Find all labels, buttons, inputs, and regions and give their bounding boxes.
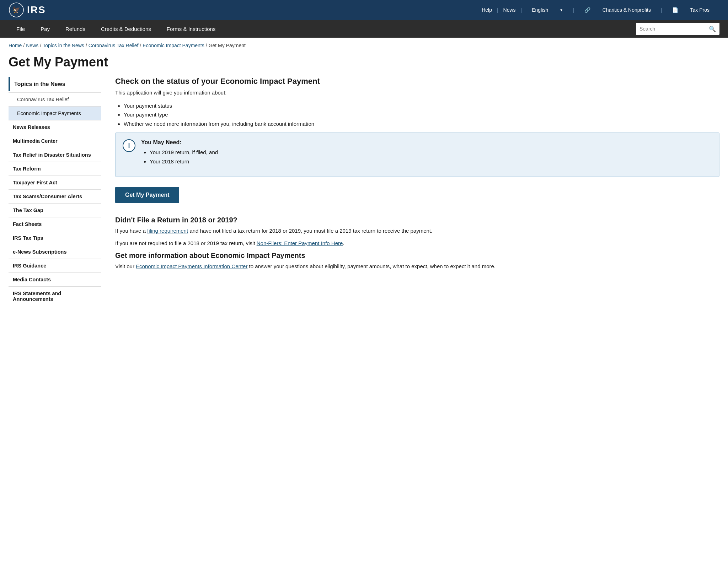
section2-para2: If you are not required to file a 2018 o…: [115, 239, 719, 248]
section2-para1: If you have a filing requirement and hav…: [115, 227, 719, 235]
info-box-title: You May Need:: [141, 139, 712, 146]
svg-text:🦅: 🦅: [12, 6, 21, 14]
english-dropdown[interactable]: English ▼: [522, 7, 573, 13]
filing-requirement-link[interactable]: filing requirement: [147, 228, 188, 234]
section2-para2-after: .: [343, 240, 344, 246]
sidebar-item-irs-tax-tips[interactable]: IRS Tax Tips: [9, 231, 101, 245]
sidebar-item-news-releases[interactable]: News Releases: [9, 120, 101, 134]
breadcrumb-news[interactable]: News: [26, 43, 38, 48]
search-icon: 🔍: [709, 26, 716, 32]
eagle-icon: 🦅: [9, 2, 24, 18]
section2-para1-after: and have not filed a tax return for 2018…: [188, 228, 432, 234]
sidebar-item-irs-guidance[interactable]: IRS Guidance: [9, 259, 101, 272]
search-input[interactable]: [636, 23, 705, 35]
section1-bullets: Your payment status Your payment type Wh…: [124, 101, 719, 129]
info-box: i You May Need: Your 2019 return, if fil…: [115, 133, 719, 177]
help-link[interactable]: Help: [477, 7, 497, 13]
section2-para1-before: If you have a: [115, 228, 147, 234]
page-title-container: Get My Payment: [0, 50, 728, 77]
tax-pros-link[interactable]: 📄 Tax Pros: [662, 7, 719, 13]
sidebar-item-fact-sheets[interactable]: Fact Sheets: [9, 217, 101, 231]
sidebar-item-eip[interactable]: Economic Impact Payments: [9, 106, 101, 120]
sidebar-item-irs-statements[interactable]: IRS Statements and Announcements: [9, 286, 101, 306]
pay-nav[interactable]: Pay: [33, 20, 58, 38]
sidebar-section-title[interactable]: Topics in the News: [9, 77, 101, 91]
breadcrumb: Home / News / Topics in the News / Coron…: [0, 38, 728, 50]
section3-para-before: Visit our: [115, 263, 136, 269]
bullet-more-info: Whether we need more information from yo…: [124, 119, 719, 129]
breadcrumb-sep-4: /: [140, 43, 141, 48]
nav-links: File Pay Refunds Credits & Deductions Fo…: [9, 20, 636, 38]
breadcrumb-sep-5: /: [206, 43, 207, 48]
file-nav[interactable]: File: [9, 20, 33, 38]
sidebar-item-tax-gap[interactable]: The Tax Gap: [9, 203, 101, 217]
charities-link[interactable]: 🔗 Charities & Nonprofits: [574, 7, 661, 13]
bullet-payment-status: Your payment status: [124, 101, 719, 110]
top-bar-links: Help | News | English ▼ | 🔗 Charities & …: [477, 7, 719, 13]
breadcrumb-topics[interactable]: Topics in the News: [43, 43, 84, 48]
sidebar-item-tax-relief[interactable]: Tax Relief in Disaster Situations: [9, 148, 101, 162]
irs-logo-text: IRS: [27, 4, 46, 16]
page-title: Get My Payment: [9, 55, 719, 70]
doc-icon: 📄: [667, 7, 683, 13]
sidebar: Topics in the News Coronavirus Tax Relie…: [9, 77, 101, 306]
bullet-payment-type: Your payment type: [124, 110, 719, 119]
sidebar-item-enews[interactable]: e-News Subscriptions: [9, 245, 101, 259]
section2-para2-before: If you are not required to file a 2018 o…: [115, 240, 257, 246]
breadcrumb-eip[interactable]: Economic Impact Payments: [143, 43, 204, 48]
info-box-content: You May Need: Your 2019 return, if filed…: [141, 139, 712, 170]
info-bullet-2018: Your 2018 return: [150, 157, 712, 166]
main-layout: Topics in the News Coronavirus Tax Relie…: [0, 77, 728, 320]
share-icon: 🔗: [579, 7, 595, 13]
get-my-payment-button[interactable]: Get My Payment: [115, 187, 179, 203]
sidebar-item-tax-scams[interactable]: Tax Scams/Consumer Alerts: [9, 189, 101, 203]
credits-nav[interactable]: Credits & Deductions: [93, 20, 159, 38]
eip-info-center-link[interactable]: Economic Impact Payments Information Cen…: [136, 263, 247, 269]
breadcrumb-home[interactable]: Home: [9, 43, 22, 48]
main-content: Check on the status of your Economic Imp…: [101, 77, 719, 306]
sidebar-item-media-contacts[interactable]: Media Contacts: [9, 272, 101, 286]
search-box: 🔍: [636, 23, 719, 35]
info-bullet-2019: Your 2019 return, if filed, and: [150, 148, 712, 157]
section1-intro: This application will give you informati…: [115, 89, 719, 97]
sidebar-item-multimedia[interactable]: Multimedia Center: [9, 134, 101, 148]
breadcrumb-sep-2: /: [40, 43, 41, 48]
forms-nav[interactable]: Forms & Instructions: [159, 20, 224, 38]
breadcrumb-sep-3: /: [86, 43, 87, 48]
sidebar-item-taxpayer-first[interactable]: Taxpayer First Act: [9, 175, 101, 189]
irs-logo[interactable]: 🦅 IRS: [9, 2, 46, 18]
refunds-nav[interactable]: Refunds: [58, 20, 93, 38]
nav-bar: File Pay Refunds Credits & Deductions Fo…: [0, 20, 728, 38]
section3-heading: Get more information about Economic Impa…: [115, 252, 719, 260]
breadcrumb-sep-1: /: [23, 43, 25, 48]
section2-heading: Didn't File a Return in 2018 or 2019?: [115, 216, 719, 224]
section3-para-after: to answer your questions about eligibili…: [247, 263, 496, 269]
sidebar-item-tax-reform[interactable]: Tax Reform: [9, 162, 101, 175]
breadcrumb-coronavirus[interactable]: Coronavirus Tax Relief: [89, 43, 139, 48]
search-button[interactable]: 🔍: [705, 23, 719, 35]
non-filers-link[interactable]: Non-Filers: Enter Payment Info Here: [257, 240, 343, 246]
sidebar-item-coronavirus[interactable]: Coronavirus Tax Relief: [9, 92, 101, 106]
section3-para: Visit our Economic Impact Payments Infor…: [115, 263, 719, 271]
info-icon: i: [123, 139, 135, 152]
info-box-bullets: Your 2019 return, if filed, and Your 201…: [150, 148, 712, 166]
chevron-down-icon: ▼: [555, 8, 568, 12]
news-link[interactable]: News: [498, 7, 521, 13]
top-bar: 🦅 IRS Help | News | English ▼ | 🔗 Charit…: [0, 0, 728, 20]
breadcrumb-current: Get My Payment: [209, 43, 246, 48]
section1-heading: Check on the status of your Economic Imp…: [115, 77, 719, 86]
